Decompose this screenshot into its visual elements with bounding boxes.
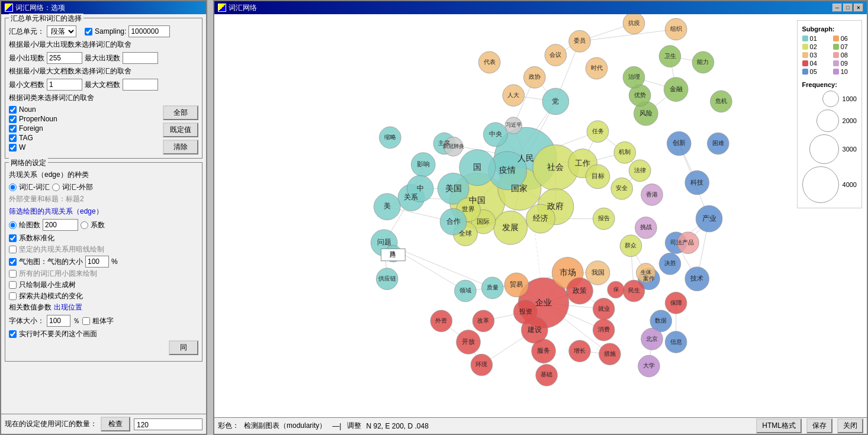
svg-text:中: 中 — [417, 184, 424, 192]
trans-label: 探索共趋模式的变化 — [19, 291, 83, 301]
svg-text:挑战: 挑战 — [640, 224, 652, 230]
unit-select[interactable]: 段落 — [47, 25, 76, 37]
svg-text:目标: 目标 — [591, 172, 605, 179]
cooc-label: 共现关系（edge）的种类 — [9, 170, 89, 180]
svg-text:增长: 增长 — [573, 347, 586, 354]
svg-text:大学: 大学 — [643, 362, 655, 369]
bold-label: 粗体字 — [92, 316, 114, 326]
svg-text:委员: 委员 — [574, 37, 586, 44]
svg-text:全球: 全球 — [459, 230, 472, 237]
svg-text:政府: 政府 — [547, 201, 564, 211]
tag-row: TAG — [9, 134, 159, 142]
svg-text:合作: 合作 — [446, 217, 461, 225]
min-freq-input[interactable] — [47, 52, 82, 64]
svg-text:我国: 我国 — [591, 269, 605, 276]
pos-label: 根据词类来选择词汇的取舍 — [9, 93, 94, 103]
pos-buttons: 全部 既定值 清除 — [163, 105, 198, 154]
ext-var-label: 外部变量和标题：标题2 — [9, 194, 84, 204]
min-span-checkbox[interactable] — [9, 281, 17, 289]
maximize-button[interactable]: □ — [843, 4, 853, 12]
default-button[interactable]: 既定值 — [163, 123, 198, 137]
svg-text:机制: 机制 — [619, 149, 631, 155]
font-size-input[interactable] — [47, 315, 70, 327]
min-max-doc-label: 根据最小/最大文档数来选择词汇的取舍 — [9, 66, 131, 76]
freq-circles: 1000 2000 3000 4000 — [802, 91, 857, 203]
realtime-checkbox[interactable] — [9, 330, 17, 338]
clear-button[interactable]: 清除 — [163, 140, 198, 154]
sampling-checkbox[interactable] — [85, 28, 92, 36]
max-doc-input[interactable] — [123, 79, 158, 91]
legend-item-01: 01 — [802, 35, 826, 42]
draw-num-input[interactable] — [43, 219, 78, 231]
all-small-checkbox[interactable] — [9, 270, 17, 278]
svg-text:问题: 问题 — [377, 238, 391, 246]
adjust-value: N 92, E 200, D .048 — [366, 422, 428, 430]
solid-edge-label: 坚定的共现关系用暗线绘制 — [19, 244, 104, 254]
svg-text:保障: 保障 — [670, 299, 682, 306]
window-controls: ─ □ × — [832, 4, 863, 12]
svg-text:生体: 生体 — [641, 269, 651, 275]
noun-checkbox[interactable] — [9, 106, 17, 114]
color-label: 彩色： — [218, 421, 239, 431]
trans-checkbox[interactable] — [9, 292, 17, 300]
svg-text:代表: 代表 — [483, 59, 496, 65]
realtime-label: 实行时不要关闭这个画面 — [19, 329, 97, 339]
check-button[interactable]: 检查 — [101, 417, 130, 431]
normalize-checkbox[interactable] — [9, 234, 17, 242]
min-doc-input[interactable] — [47, 79, 82, 91]
solid-edge-checkbox[interactable] — [9, 246, 17, 253]
cooc-radio1-label: 词汇-词汇 — [19, 182, 50, 192]
bold-checkbox[interactable] — [82, 317, 90, 325]
legend-item-06: 06 — [833, 35, 857, 42]
svg-text:贸易: 贸易 — [510, 281, 523, 288]
network-canvas[interactable]: 人民中国国家社会政府疫情国美国中央工作目标发展经济国际世界全球企业市场我国政策建… — [214, 14, 867, 417]
html-format-button[interactable]: HTML格式 — [756, 418, 802, 433]
bubble-label: 气泡图：气泡的大小 — [19, 257, 83, 267]
tag-checkbox[interactable] — [9, 134, 17, 142]
app-icon — [5, 4, 13, 12]
count-display: 120 — [134, 418, 202, 430]
cooc-radio1[interactable] — [9, 183, 17, 191]
bottom-bar: 现在的设定使用词汇的数量： 检查 120 — [1, 414, 206, 434]
close-button-right[interactable]: × — [854, 4, 863, 12]
w-checkbox[interactable] — [9, 144, 17, 152]
sampling-input[interactable] — [128, 25, 170, 37]
cooc-edge-label: 筛选绘图的共现关系（edge） — [9, 207, 103, 217]
legend-item-03: 03 — [802, 51, 826, 59]
sync-button[interactable]: 同 — [169, 340, 198, 355]
svg-text:工作: 工作 — [575, 159, 590, 167]
svg-text:人民: 人民 — [517, 153, 534, 163]
svg-text:抗疫: 抗疫 — [628, 20, 640, 26]
bubble-size-input[interactable] — [85, 256, 109, 268]
left-panel-title: 词汇网络：选项 — [15, 3, 65, 13]
minimize-button[interactable]: ─ — [832, 4, 842, 12]
svg-text:北京: 北京 — [646, 336, 658, 342]
bottom-status-bar: 彩色： 检测副图表（modularity） —| 调整 N 92, E 200,… — [214, 417, 867, 434]
svg-text:案件: 案件 — [643, 275, 655, 282]
drawnum-radio[interactable] — [9, 221, 17, 229]
svg-text:社会: 社会 — [547, 162, 564, 172]
svg-text:优势: 优势 — [634, 92, 646, 98]
save-button[interactable]: 保存 — [806, 418, 832, 433]
max-freq-input[interactable] — [123, 52, 158, 64]
coeff-radio[interactable] — [81, 221, 88, 229]
svg-text:金融: 金融 — [670, 85, 683, 92]
bubble-checkbox[interactable] — [9, 258, 17, 266]
unit-selection-group: 汇总单元和词汇的选择 汇总单元： 段落 Sampling: 根据最小/最大出现数… — [5, 18, 202, 159]
sampling-label: Sampling: — [95, 27, 126, 36]
cooc-radio2[interactable] — [52, 183, 60, 191]
svg-text:措施: 措施 — [604, 350, 616, 357]
right-panel-title: 词汇网络 — [229, 3, 257, 13]
svg-text:中国: 中国 — [469, 195, 486, 205]
svg-text:产业: 产业 — [702, 214, 716, 223]
close-right-button[interactable]: 关闭 — [837, 418, 863, 433]
propernoun-checkbox[interactable] — [9, 115, 17, 123]
svg-text:世界: 世界 — [462, 205, 475, 212]
svg-text:香港: 香港 — [646, 191, 658, 198]
svg-text:习近平: 习近平 — [506, 122, 522, 128]
svg-text:司法: 司法 — [670, 239, 682, 246]
svg-text:政协: 政协 — [529, 73, 541, 80]
foreign-checkbox[interactable] — [9, 125, 17, 133]
color-value: 检测副图表（modularity） — [244, 421, 326, 431]
all-button[interactable]: 全部 — [163, 105, 198, 120]
